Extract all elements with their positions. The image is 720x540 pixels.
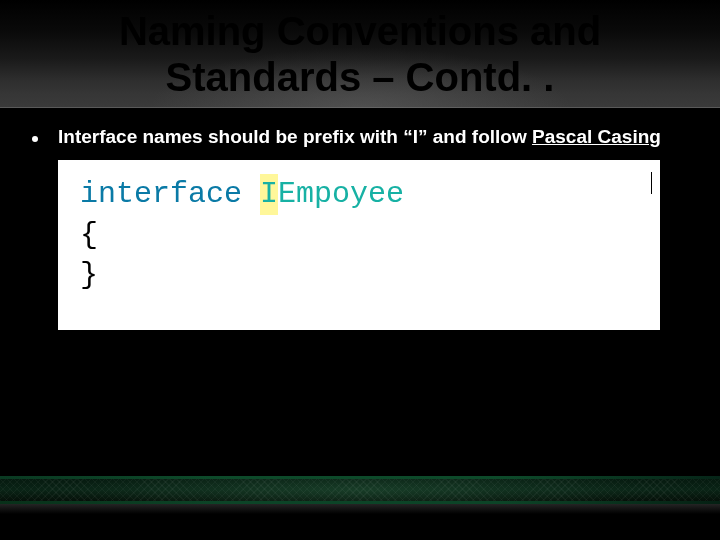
bullet-item: Interface names should be prefix with “I… xyxy=(28,126,692,148)
footer-hatch-pattern xyxy=(0,479,720,501)
open-brace: { xyxy=(80,215,642,256)
title-line-1: Naming Conventions and xyxy=(0,8,720,54)
footer-decoration xyxy=(0,476,720,516)
type-name: Empoyee xyxy=(278,177,404,211)
bullet-dot-icon xyxy=(32,136,38,142)
code-snippet-panel: interface IEmpoyee { } xyxy=(58,160,660,330)
highlight-box: I xyxy=(260,174,278,215)
text-caret-icon xyxy=(651,172,652,194)
header-shadow xyxy=(0,108,720,122)
slide-title: Naming Conventions and Standards – Contd… xyxy=(0,8,720,100)
keyword-interface: interface xyxy=(80,177,242,211)
title-line-2: Standards – Contd. . xyxy=(0,54,720,100)
bullet-prefix: Interface names should be prefix with “I… xyxy=(58,126,532,147)
close-brace: } xyxy=(80,255,642,296)
code-line-1: interface IEmpoyee xyxy=(80,174,642,215)
body-area: Interface names should be prefix with “I… xyxy=(28,126,692,148)
type-prefix-I: I xyxy=(260,177,278,211)
bullet-text: Interface names should be prefix with “I… xyxy=(58,126,661,148)
footer-gloss xyxy=(0,504,720,514)
pascal-casing-link[interactable]: Pascal Casing xyxy=(532,126,661,147)
